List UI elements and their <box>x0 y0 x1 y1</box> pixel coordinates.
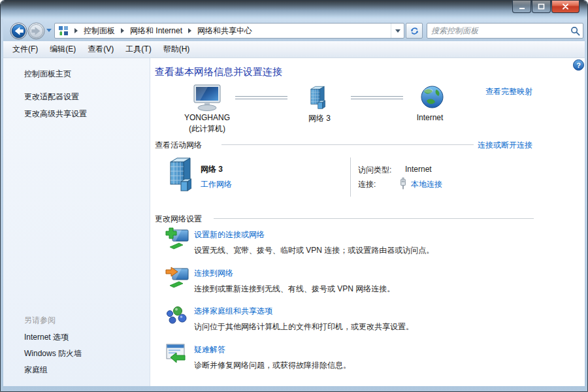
setup-new-connection-desc: 设置无线、宽带、拨号、临时或 VPN 连接；或设置路由器或访问点。 <box>194 245 434 256</box>
network-icon[interactable] <box>305 86 327 110</box>
maximize-icon <box>538 3 545 10</box>
access-type-value: Internet <box>405 165 432 174</box>
view-full-map-link[interactable]: 查看完整映射 <box>485 86 532 97</box>
sidebar-item-homegroup[interactable]: 家庭组 <box>24 365 48 376</box>
map-connection-line <box>235 96 287 99</box>
close-button[interactable] <box>551 1 580 13</box>
breadcrumb-separator-icon <box>121 28 124 33</box>
breadcrumb-network-internet[interactable]: 网络和 Internet <box>129 25 184 37</box>
address-bar[interactable]: 控制面板 网络和 Internet 网络和共享中心 <box>54 23 404 39</box>
svg-text:?: ? <box>576 61 581 69</box>
see-also-header: 另请参阅 <box>24 315 56 326</box>
control-panel-icon <box>58 25 69 36</box>
refresh-icon <box>410 26 419 36</box>
sidebar-item-windows-firewall[interactable]: Windows 防火墙 <box>24 348 82 359</box>
forward-icon[interactable] <box>27 22 45 40</box>
troubleshoot-desc: 诊断并修复网络问题，或获得故障排除信息。 <box>194 360 351 371</box>
homegroup-icon[interactable] <box>165 304 188 325</box>
homegroup-options-desc: 访问位于其他网络计算机上的文件和打印机，或更改共享设置。 <box>194 321 414 333</box>
menu-help[interactable]: 帮助(H) <box>163 44 190 55</box>
sidebar-item-control-panel-home[interactable]: 控制面板主页 <box>24 69 71 80</box>
access-type-label: 访问类型: <box>358 165 391 176</box>
navigation-bar: 控制面板 网络和 Internet 网络和共享中心 <box>3 19 585 41</box>
page-title: 查看基本网络信息并设置连接 <box>155 66 282 78</box>
sidebar: 控制面板主页 更改适配器设置 更改高级共享设置 另请参阅 Internet 选项… <box>3 58 150 386</box>
section-divider <box>221 144 474 145</box>
cable-icon <box>399 177 407 189</box>
network-settings-header: 更改网络设置 <box>155 214 202 225</box>
menu-file[interactable]: 文件(F) <box>12 44 38 55</box>
sidebar-item-change-adapter-settings[interactable]: 更改适配器设置 <box>24 91 79 103</box>
active-network-divider <box>350 157 351 197</box>
active-network-building-icon <box>165 156 191 194</box>
new-connection-icon[interactable] <box>165 227 189 250</box>
connect-disconnect-link[interactable]: 连接或断开连接 <box>478 140 532 151</box>
search-icon[interactable] <box>570 26 580 36</box>
breadcrumb-separator-icon <box>188 28 191 33</box>
breadcrumb-separator-icon <box>74 28 78 33</box>
connect-to-network-link[interactable]: 连接到网络 <box>194 269 233 278</box>
maximize-button[interactable] <box>532 1 551 13</box>
network-type-link[interactable]: 工作网络 <box>201 179 232 190</box>
setup-new-connection-link[interactable]: 设置新的连接或网络 <box>194 230 265 239</box>
connection-label: 连接: <box>358 179 376 190</box>
connect-network-icon[interactable] <box>165 265 189 289</box>
address-dropdown-button[interactable] <box>391 24 404 38</box>
dropdown-arrow-icon <box>395 29 400 33</box>
main-pane: ? 查看基本网络信息并设置连接 查看完整映射 YONGHANG (此计算机) <box>151 58 585 386</box>
refresh-button[interactable] <box>406 23 423 39</box>
troubleshoot-icon[interactable] <box>165 343 186 363</box>
caption-buttons <box>512 1 580 13</box>
network-label: 网络 3 <box>284 113 355 124</box>
troubleshoot-link[interactable]: 疑难解答 <box>194 345 225 354</box>
menu-view[interactable]: 查看(V) <box>88 44 114 55</box>
menu-bar: 文件(F) 编辑(E) 查看(V) 工具(T) 帮助(H) <box>3 41 585 58</box>
local-connection-link[interactable]: 本地连接 <box>411 179 442 190</box>
network-sharing-center-window: 控制面板 网络和 Internet 网络和共享中心 <box>0 0 588 392</box>
search-box <box>427 23 583 39</box>
internet-label: Internet <box>394 113 466 122</box>
sidebar-item-internet-options[interactable]: Internet 选项 <box>24 332 69 343</box>
computer-icon[interactable] <box>192 84 222 112</box>
content-area: 控制面板主页 更改适配器设置 更改高级共享设置 另请参阅 Internet 选项… <box>3 58 585 386</box>
search-input[interactable] <box>427 24 567 37</box>
close-icon <box>562 3 569 10</box>
title-bar <box>1 1 587 19</box>
computer-sublabel: (此计算机) <box>171 123 243 135</box>
sidebar-item-change-advanced-sharing[interactable]: 更改高级共享设置 <box>24 108 87 120</box>
menu-tools[interactable]: 工具(T) <box>125 44 151 55</box>
active-networks-header: 查看活动网络 <box>155 140 202 151</box>
active-network-name: 网络 3 <box>201 164 223 175</box>
connect-to-network-desc: 连接到或重新连接到无线、有线、拨号或 VPN 网络连接。 <box>194 284 395 295</box>
homegroup-options-link[interactable]: 选择家庭组和共享选项 <box>194 306 272 316</box>
computer-label: YONGHANG <box>171 113 243 122</box>
internet-globe-icon[interactable] <box>420 85 444 109</box>
map-connection-line <box>351 96 403 99</box>
help-icon[interactable]: ? <box>573 59 584 71</box>
menu-edit[interactable]: 编辑(E) <box>50 44 76 55</box>
section-divider <box>214 218 534 219</box>
minimize-icon <box>519 4 525 10</box>
recent-pages-chevron-icon[interactable] <box>46 29 52 32</box>
breadcrumb-control-panel[interactable]: 控制面板 <box>82 25 116 37</box>
back-icon[interactable] <box>10 22 27 40</box>
minimize-button[interactable] <box>512 1 531 13</box>
breadcrumb-network-sharing-center[interactable]: 网络和共享中心 <box>196 25 253 37</box>
